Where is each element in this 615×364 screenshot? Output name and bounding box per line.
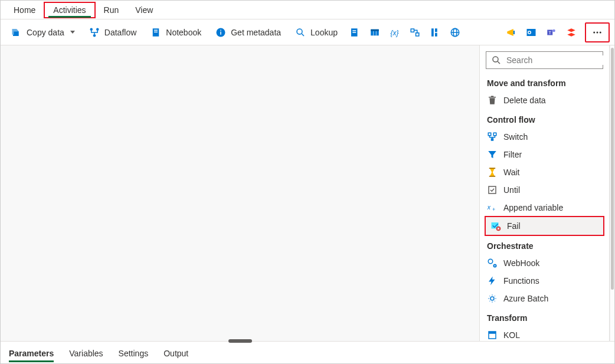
panel-resize-handle[interactable]	[228, 339, 252, 343]
megaphone-icon	[506, 27, 516, 38]
svg-text:{x}: {x}	[391, 28, 399, 37]
menu-activities[interactable]: Activities	[44, 2, 95, 18]
svg-rect-41	[489, 176, 496, 177]
table-icon	[369, 27, 380, 38]
activity-switch[interactable]: Switch	[482, 128, 607, 146]
svg-point-49	[494, 265, 495, 266]
svg-point-34	[600, 31, 601, 33]
svg-rect-42	[489, 186, 496, 194]
tab-variables[interactable]: Variables	[69, 345, 103, 362]
svg-rect-38	[493, 133, 496, 136]
svg-text:x: x	[487, 204, 491, 211]
search-icon	[295, 27, 306, 38]
copy-data-icon	[11, 27, 22, 38]
hourglass-icon	[487, 167, 498, 178]
tab-output[interactable]: Output	[163, 345, 188, 362]
activity-append-variable[interactable]: x+ Append variable	[482, 199, 607, 217]
svg-line-36	[498, 61, 500, 64]
svg-text:+: +	[492, 206, 495, 212]
svg-text:T: T	[549, 30, 552, 35]
activity-functions[interactable]: Functions	[482, 272, 607, 290]
activities-search[interactable]	[486, 51, 603, 69]
svg-point-33	[597, 31, 598, 33]
menu-view[interactable]: View	[127, 3, 161, 17]
group-orchestrate: Orchestrate	[482, 235, 607, 254]
globe-icon	[450, 27, 460, 38]
group-control-flow: Control flow	[482, 109, 607, 128]
svg-rect-39	[491, 138, 494, 141]
get-metadata-button[interactable]: Get metadata	[210, 25, 287, 40]
svg-rect-13	[371, 29, 379, 31]
notebook-button[interactable]: Notebook	[145, 25, 207, 40]
teams-button[interactable]: T	[542, 25, 560, 40]
script-icon	[349, 27, 360, 38]
activity-wait[interactable]: Wait	[482, 163, 607, 181]
switch-icon	[487, 132, 498, 142]
copy-data-button[interactable]: Copy data	[5, 25, 81, 40]
chevron-down-icon	[70, 31, 75, 34]
svg-rect-5	[154, 31, 158, 32]
activity-until[interactable]: Until	[482, 181, 607, 199]
svg-point-1	[96, 28, 99, 31]
set-variable-button[interactable]: {x}	[386, 25, 404, 40]
main-area: Move and transform Delete data Control f…	[1, 45, 614, 341]
activity-delete-data[interactable]: Delete data	[482, 91, 607, 109]
script-button[interactable]	[346, 25, 364, 40]
filter-icon	[487, 149, 498, 160]
variable-icon: {x}	[390, 27, 400, 38]
outlook-button[interactable]	[522, 25, 540, 40]
append-variable-icon: x+	[487, 202, 498, 213]
bottom-tabs: Parameters Variables Settings Output	[1, 341, 614, 364]
svg-point-9	[297, 29, 302, 34]
more-activities-button[interactable]	[585, 22, 610, 42]
invoke-pipeline-button[interactable]	[502, 25, 520, 40]
lookup-button[interactable]: Lookup	[289, 25, 344, 40]
databricks-button[interactable]	[562, 25, 580, 40]
gear-icon	[487, 293, 498, 304]
svg-point-28	[529, 31, 531, 33]
menu-home[interactable]: Home	[5, 3, 44, 17]
svg-point-35	[493, 57, 498, 62]
svg-rect-19	[431, 28, 434, 37]
webactivity-button[interactable]	[446, 25, 464, 40]
svg-rect-8	[220, 29, 221, 31]
svg-point-50	[490, 297, 494, 300]
ellipsis-icon	[592, 27, 603, 38]
svg-point-32	[593, 31, 595, 33]
menu-run[interactable]: Run	[96, 3, 127, 17]
svg-line-10	[302, 34, 304, 36]
tab-settings[interactable]: Settings	[119, 345, 149, 362]
foreach-button[interactable]	[406, 25, 424, 40]
dataflow-button[interactable]: Dataflow	[83, 25, 142, 40]
activities-panel: Move and transform Delete data Control f…	[480, 45, 610, 341]
activity-kql[interactable]: KOL	[482, 326, 607, 341]
group-move-transform: Move and transform	[482, 73, 607, 91]
pipeline-canvas[interactable]	[1, 45, 480, 341]
activity-webhook[interactable]: WebHook	[482, 254, 607, 272]
svg-point-47	[488, 259, 493, 264]
functions-icon	[487, 276, 498, 286]
svg-point-31	[552, 29, 555, 32]
panel-scrollbar[interactable]	[610, 45, 614, 341]
activity-fail[interactable]: Fail	[485, 216, 604, 236]
scrollbar-thumb[interactable]	[611, 48, 614, 290]
activity-azure-batch[interactable]: Azure Batch	[482, 290, 607, 307]
svg-point-0	[90, 28, 93, 31]
svg-rect-40	[489, 168, 496, 169]
svg-rect-18	[416, 32, 419, 35]
tab-parameters[interactable]: Parameters	[9, 345, 54, 362]
group-transform: Transform	[482, 307, 607, 326]
until-icon	[487, 185, 498, 195]
menubar: Home Activities Run View	[1, 1, 614, 19]
search-input[interactable]	[506, 55, 610, 65]
stored-proc-button[interactable]	[366, 25, 384, 40]
dataflow-icon	[89, 27, 100, 38]
svg-rect-17	[411, 29, 414, 32]
svg-rect-7	[220, 31, 221, 34]
if-icon	[430, 27, 440, 38]
if-button[interactable]	[426, 25, 444, 40]
kql-icon	[487, 330, 498, 340]
svg-rect-25	[513, 31, 515, 34]
activity-filter[interactable]: Filter	[482, 146, 607, 163]
svg-rect-21	[435, 32, 437, 36]
